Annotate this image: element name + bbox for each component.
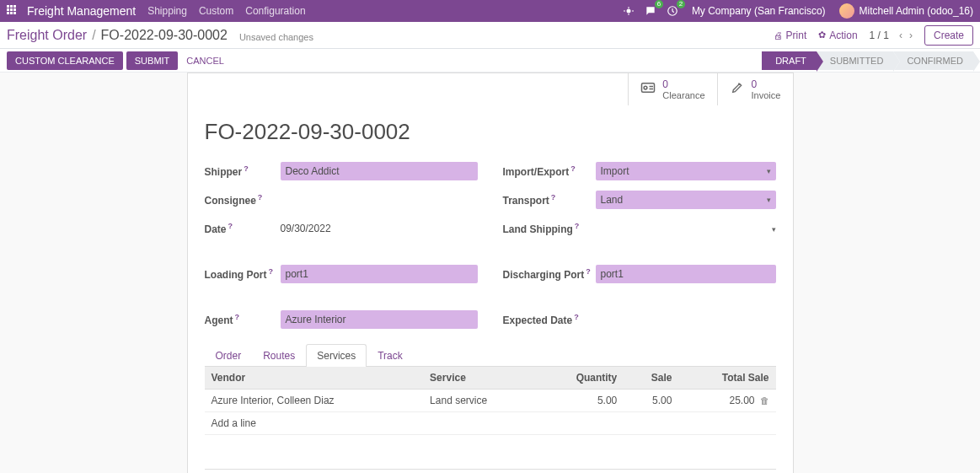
create-button[interactable]: Create: [924, 25, 973, 46]
cell-vendor[interactable]: Azure Interior, Colleen Diaz: [205, 390, 424, 412]
svg-point-0: [626, 9, 630, 13]
date-field[interactable]: 09/30/2022: [281, 219, 331, 238]
shipper-field[interactable]: Deco Addict: [281, 162, 478, 180]
label-loading-port: Loading Port?: [205, 267, 281, 281]
breadcrumb-back[interactable]: Freight Order: [7, 28, 87, 43]
form-sheet: 0 Clearance 0 Invoice FO-2022-09-30-0002: [187, 73, 794, 473]
gear-icon: ✿: [818, 30, 826, 40]
debug-icon[interactable]: [621, 3, 636, 19]
tab-services[interactable]: Services: [306, 344, 367, 367]
stat-invoice-count: 0: [752, 78, 781, 90]
pencil-icon: [730, 81, 745, 98]
pager-next-icon[interactable]: ›: [906, 30, 916, 41]
messaging-icon[interactable]: 6: [643, 3, 658, 19]
menu-custom[interactable]: Custom: [199, 5, 233, 17]
action-button[interactable]: ✿Action: [818, 30, 857, 41]
label-consignee: Consignee?: [205, 193, 281, 207]
status-bar: CUSTOM CLEARANCE SUBMIT CANCEL DRAFT SUB…: [0, 49, 980, 73]
stat-invoice-label: Invoice: [752, 90, 781, 100]
label-land-shipping: Land Shipping?: [503, 222, 596, 235]
services-table: Vendor Service Quantity Sale Total Sale …: [205, 367, 776, 469]
control-bar: Freight Order / FO-2022-09-30-0002 Unsav…: [0, 22, 980, 49]
chevron-down-icon: ▾: [767, 167, 771, 175]
breadcrumb: Freight Order / FO-2022-09-30-0002: [7, 28, 228, 43]
col-sale[interactable]: Sale: [624, 367, 678, 390]
menu-shipping[interactable]: Shipping: [147, 5, 187, 17]
add-line-button[interactable]: Add a line: [205, 412, 776, 435]
print-button[interactable]: 🖨Print: [774, 30, 807, 41]
company-selector[interactable]: My Company (San Francisco): [692, 5, 826, 17]
col-service[interactable]: Service: [423, 367, 537, 390]
cancel-button[interactable]: CANCEL: [186, 56, 224, 66]
land-shipping-field[interactable]: ▾: [772, 225, 776, 234]
cell-quantity[interactable]: 5.00: [537, 390, 624, 412]
trash-icon[interactable]: 🗑: [760, 395, 769, 406]
stat-clearance-button[interactable]: 0 Clearance: [628, 73, 716, 105]
cell-sale[interactable]: 5.00: [624, 390, 678, 412]
pager-prev-icon[interactable]: ‹: [896, 30, 906, 41]
col-vendor[interactable]: Vendor: [205, 367, 424, 390]
label-agent: Agent?: [205, 313, 281, 326]
user-avatar-icon: [839, 3, 854, 19]
tab-routes[interactable]: Routes: [252, 344, 306, 367]
discharging-port-field[interactable]: port1: [596, 265, 776, 283]
label-discharging-port: Discharging Port?: [503, 267, 596, 281]
col-total-sale[interactable]: Total Sale: [678, 367, 775, 390]
activities-icon[interactable]: 2: [665, 3, 680, 19]
tab-track[interactable]: Track: [367, 344, 414, 367]
label-shipper: Shipper?: [205, 164, 281, 178]
chevron-down-icon: ▾: [767, 196, 771, 204]
label-import-export: Import/Export?: [503, 164, 596, 178]
cell-service[interactable]: Land service: [423, 390, 537, 412]
badge-icon: [640, 81, 656, 98]
form-tabs: Order Routes Services Track: [205, 344, 776, 367]
stat-clearance-label: Clearance: [662, 90, 704, 100]
status-step-submitted[interactable]: SUBMITTED: [817, 51, 894, 70]
breadcrumb-current: FO-2022-09-30-0002: [101, 28, 228, 43]
user-menu[interactable]: Mitchell Admin (odoo_16): [839, 3, 973, 19]
stat-invoice-button[interactable]: 0 Invoice: [717, 73, 793, 105]
label-transport: Transport?: [503, 193, 596, 207]
svg-point-3: [644, 86, 647, 89]
messaging-badge: 6: [655, 0, 663, 8]
table-row[interactable]: Azure Interior, Colleen Diaz Land servic…: [205, 390, 776, 412]
label-expected-date: Expected Date?: [503, 313, 596, 326]
custom-clearance-button[interactable]: CUSTOM CLEARANCE: [7, 51, 123, 70]
user-name: Mitchell Admin (odoo_16): [860, 5, 973, 17]
page-title: FO-2022-09-30-0002: [205, 119, 776, 145]
app-brand[interactable]: Freight Management: [27, 4, 136, 18]
col-quantity[interactable]: Quantity: [537, 367, 624, 390]
agent-field[interactable]: Azure Interior: [281, 310, 478, 329]
transport-field[interactable]: Land▾: [596, 191, 776, 209]
status-step-draft[interactable]: DRAFT: [762, 51, 817, 70]
service-total-row: Service Total Sale? : 25.00: [205, 469, 776, 474]
status-steps: DRAFT SUBMITTED CONFIRMED: [762, 51, 973, 70]
pager: 1 / 1 ‹ ›: [870, 30, 916, 41]
menu-configuration[interactable]: Configuration: [245, 5, 305, 17]
printer-icon: 🖨: [774, 30, 783, 40]
top-navbar: Freight Management Shipping Custom Confi…: [0, 0, 980, 22]
cell-total-sale[interactable]: 25.00🗑: [678, 390, 775, 412]
app-switcher-icon[interactable]: [7, 5, 19, 17]
activities-badge: 2: [677, 0, 685, 8]
breadcrumb-separator: /: [92, 28, 95, 43]
unsaved-changes-indicator: Unsaved changes: [239, 32, 313, 42]
label-date: Date?: [205, 222, 281, 235]
import-export-field[interactable]: Import▾: [596, 162, 776, 180]
loading-port-field[interactable]: port1: [281, 265, 478, 283]
submit-button[interactable]: SUBMIT: [126, 51, 179, 70]
pager-count[interactable]: 1 / 1: [870, 30, 889, 41]
tab-order[interactable]: Order: [205, 344, 253, 367]
stat-clearance-count: 0: [662, 78, 704, 90]
status-step-confirmed[interactable]: CONFIRMED: [893, 51, 973, 70]
